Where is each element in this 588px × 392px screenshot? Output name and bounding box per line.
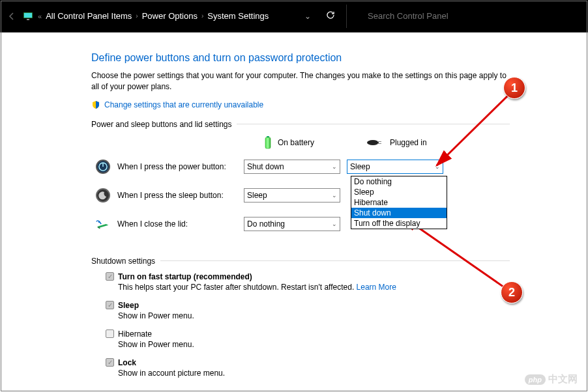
shield-icon bbox=[91, 100, 100, 109]
breadcrumb-item[interactable]: All Control Panel Items bbox=[46, 11, 132, 21]
sleep-checkbox: ✓ bbox=[106, 301, 114, 309]
hibernate-label: Hibernate bbox=[118, 329, 152, 339]
sleep-button-label: When I press the sleep button: bbox=[117, 191, 244, 200]
power-button-label: When I press the power button: bbox=[117, 162, 244, 171]
page-description: Choose the power settings that you want … bbox=[91, 70, 510, 92]
shutdown-settings-fieldset: Shutdown settings ✓ Turn on fast startup… bbox=[91, 257, 510, 387]
svg-point-5 bbox=[367, 140, 379, 145]
breadcrumb-item[interactable]: Power Options bbox=[142, 11, 198, 21]
svg-rect-2 bbox=[27, 19, 29, 20]
column-on-battery: On battery bbox=[244, 135, 347, 150]
chevron-down-icon: ⌄ bbox=[332, 192, 337, 199]
chevron-down-icon: ⌄ bbox=[332, 163, 337, 170]
dropdown-option[interactable]: Sleep bbox=[351, 187, 447, 197]
refresh-button[interactable] bbox=[319, 10, 342, 22]
laptop-lid-icon bbox=[95, 216, 111, 232]
power-sleep-legend: Power and sleep buttons and lid settings bbox=[91, 120, 237, 129]
lock-checkbox: ✓ bbox=[106, 358, 114, 367]
power-button-icon bbox=[95, 159, 111, 175]
search-box[interactable] bbox=[361, 7, 583, 25]
battery-icon bbox=[263, 135, 272, 150]
sleep-desc: Show in Power menu. bbox=[118, 311, 510, 320]
plugged-in-dropdown-list: Do nothing Sleep Hibernate Shut down Tur… bbox=[351, 176, 447, 229]
sleep-button-icon bbox=[95, 188, 111, 203]
svg-rect-4 bbox=[265, 137, 271, 148]
breadcrumb-item[interactable]: System Settings bbox=[207, 11, 269, 21]
chevron-right-icon: › bbox=[136, 12, 138, 20]
dropdown-option[interactable]: Do nothing bbox=[351, 176, 447, 187]
chevron-right-icon: › bbox=[201, 12, 203, 20]
hibernate-desc: Show in Power menu. bbox=[118, 340, 510, 349]
annotation-badge-2: 2 bbox=[501, 281, 523, 303]
titlebar: « All Control Panel Items › Power Option… bbox=[0, 0, 588, 33]
sleep-label: Sleep bbox=[118, 301, 139, 310]
dropdown-option[interactable]: Hibernate bbox=[351, 197, 447, 208]
shutdown-settings-legend: Shutdown settings bbox=[91, 257, 160, 266]
fast-startup-label: Turn on fast startup (recommended) bbox=[118, 272, 252, 281]
control-panel-icon bbox=[22, 10, 34, 22]
svg-rect-6 bbox=[377, 141, 381, 142]
breadcrumb: All Control Panel Items › Power Options … bbox=[46, 11, 269, 21]
sleep-item: ✓ Sleep Show in Power menu. bbox=[106, 301, 510, 320]
lock-label: Lock bbox=[118, 358, 136, 367]
sleep-button-battery-select[interactable]: Sleep⌄ bbox=[244, 188, 340, 203]
back-button[interactable] bbox=[5, 10, 18, 23]
close-lid-label: When I close the lid: bbox=[117, 219, 244, 229]
svg-rect-1 bbox=[24, 13, 32, 18]
change-settings-link[interactable]: Change settings that are currently unava… bbox=[104, 100, 263, 109]
search-input[interactable] bbox=[368, 11, 576, 21]
plug-icon bbox=[366, 138, 385, 147]
close-lid-battery-select[interactable]: Do nothing⌄ bbox=[244, 217, 340, 231]
power-button-plugged-select[interactable]: Sleep⌄ bbox=[347, 160, 443, 174]
hibernate-checkbox bbox=[106, 329, 114, 338]
fast-startup-item: ✓ Turn on fast startup (recommended) Thi… bbox=[106, 272, 510, 292]
learn-more-link[interactable]: Learn More bbox=[357, 283, 396, 292]
power-button-battery-select[interactable]: Shut down⌄ bbox=[244, 160, 340, 174]
chevron-down-icon: ⌄ bbox=[435, 163, 440, 170]
page-title: Define power buttons and turn on passwor… bbox=[91, 52, 510, 64]
fast-startup-desc: This helps start your PC faster after sh… bbox=[118, 283, 510, 292]
svg-rect-3 bbox=[267, 136, 269, 137]
dropdown-option[interactable]: Turn off the display bbox=[351, 218, 447, 229]
svg-rect-7 bbox=[377, 143, 381, 144]
hibernate-item: Hibernate Show in Power menu. bbox=[106, 329, 510, 349]
chevron-down-icon: ⌄ bbox=[332, 221, 337, 227]
dropdown-option-selected[interactable]: Shut down bbox=[351, 208, 447, 218]
content-area: Define power buttons and turn on passwor… bbox=[0, 33, 588, 392]
power-button-row: When I press the power button: Shut down… bbox=[91, 159, 510, 175]
php-badge-icon: php bbox=[525, 374, 546, 385]
watermark: php 中文网 bbox=[525, 373, 578, 385]
lock-item: ✓ Lock Show in account picture menu. bbox=[106, 358, 510, 378]
fast-startup-checkbox: ✓ bbox=[106, 272, 114, 281]
column-plugged-in: Plugged in bbox=[347, 135, 450, 150]
annotation-badge-1: 1 bbox=[503, 77, 525, 99]
chevron-down-icon[interactable]: ⌄ bbox=[301, 12, 315, 21]
lock-desc: Show in account picture menu. bbox=[118, 369, 510, 378]
